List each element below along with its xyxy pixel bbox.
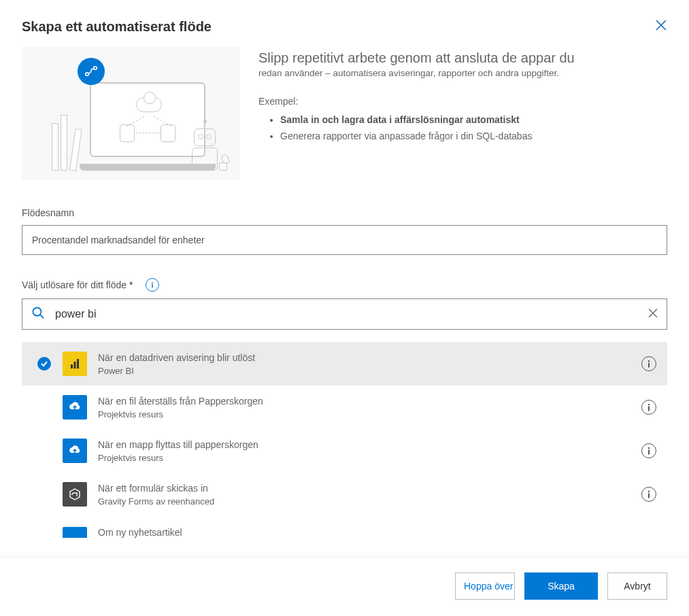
dialog-footer: Hoppa över Skapa Avbryt [0,558,689,616]
close-button[interactable] [655,19,667,35]
trigger-title: När en mapp flyttas till papperskorgen [98,439,631,451]
trigger-section: Välj utlösare för ditt flöde * [22,278,667,539]
selected-check-icon [37,357,51,371]
trigger-info-button[interactable] [641,487,656,502]
svg-rect-6 [71,364,73,369]
hero-text: Slipp repetitivt arbete genom att anslut… [258,47,667,180]
info-icon [645,403,652,411]
dialog-body-scroll[interactable]: Skapa ett automatiserat flöde [0,0,689,558]
trigger-section-label: Välj utlösare för ditt flöde * [22,278,667,292]
info-icon [645,490,652,498]
clear-icon [648,309,658,318]
cloud-upload-icon [63,439,87,463]
close-icon [655,19,667,31]
hero-examples-label: Exempel: [258,96,667,107]
books-decoration [52,115,76,171]
robot-decoration [190,120,219,171]
laptop-illustration [90,82,205,171]
svg-point-15 [648,491,650,492]
gravity-forms-icon [63,482,87,507]
svg-rect-3 [152,284,153,288]
svg-point-1 [94,67,97,70]
trigger-title: När ett formulär skickas in [98,482,631,494]
svg-point-4 [33,308,41,316]
flow-name-input[interactable] [22,225,667,255]
trigger-row-news-article[interactable]: Om ny nyhetsartikel [22,516,667,539]
dialog-title: Skapa ett automatiserat flöde [22,19,212,35]
trigger-connector: Power BI [98,366,631,376]
powerbi-icon [63,352,87,376]
flow-name-group: Flödesnamn [22,207,667,255]
flow-name-label: Flödesnamn [22,207,667,218]
flow-badge-icon [78,58,105,85]
svg-point-0 [86,73,89,76]
info-icon [645,447,652,455]
trigger-list: När en datadriven avisering blir utlöst … [22,342,667,539]
trigger-search-input[interactable] [22,298,667,330]
svg-rect-7 [74,362,76,369]
svg-rect-16 [648,494,650,498]
hero-examples-list: Samla in och lagra data i affärslösninga… [258,112,667,145]
svg-point-13 [648,447,650,449]
svg-rect-12 [648,407,650,411]
info-icon[interactable] [146,278,159,292]
hero-section: Slipp repetitivt arbete genom att anslut… [22,47,667,180]
cloud-upload-icon [63,395,87,420]
svg-point-11 [648,404,650,405]
trigger-search-wrap [22,298,667,330]
svg-rect-10 [648,363,650,368]
trigger-title: När en fil återställs från Papperskorgen [98,395,631,407]
plant-decoration [219,153,227,171]
trigger-info-button[interactable] [641,443,656,458]
dialog-header: Skapa ett automatiserat flöde [22,0,667,47]
hero-example-item: Samla in och lagra data i affärslösninga… [280,112,667,129]
trigger-row-project-movetrash[interactable]: När en mapp flyttas till papperskorgen P… [22,429,667,473]
clear-search-button[interactable] [648,309,658,320]
create-button[interactable]: Skapa [524,572,598,600]
trigger-label-text: Välj utlösare för ditt flöde [22,279,127,290]
trigger-row-powerbi-alert[interactable]: När en datadriven avisering blir utlöst … [22,342,667,386]
trigger-info-button[interactable] [641,400,656,415]
hero-example-item: Generera rapporter via anpassade frågor … [280,129,667,145]
trigger-title: Om ny nyhetsartikel [98,526,656,538]
svg-point-2 [152,282,153,284]
trigger-row-project-restore[interactable]: När en fil återställs från Papperskorgen… [22,386,667,429]
trigger-row-gravity-form[interactable]: När ett formulär skickas in Gravity Form… [22,473,667,516]
search-icon [31,306,45,322]
trigger-connector: Gravity Forms av reenhanced [98,496,631,507]
cancel-button[interactable]: Avbryt [607,572,667,600]
trigger-info-button[interactable] [641,356,656,371]
svg-rect-14 [648,450,650,455]
skip-button[interactable]: Hoppa över [455,572,515,600]
inoreader-icon [63,527,87,538]
svg-rect-8 [77,359,79,369]
svg-line-5 [40,315,44,318]
hero-illustration [22,47,239,180]
trigger-connector: Projektvis resurs [98,453,631,463]
required-asterisk: * [129,279,133,290]
info-icon [645,360,652,368]
create-flow-dialog: Skapa ett automatiserat flöde [0,0,689,616]
trigger-title: När en datadriven avisering blir utlöst [98,352,631,364]
hero-heading: Slipp repetitivt arbete genom att anslut… [258,50,667,67]
trigger-connector: Projektvis resurs [98,409,631,420]
svg-point-9 [648,360,650,362]
hero-subheading: redan använder – automatisera aviseringa… [258,68,667,78]
